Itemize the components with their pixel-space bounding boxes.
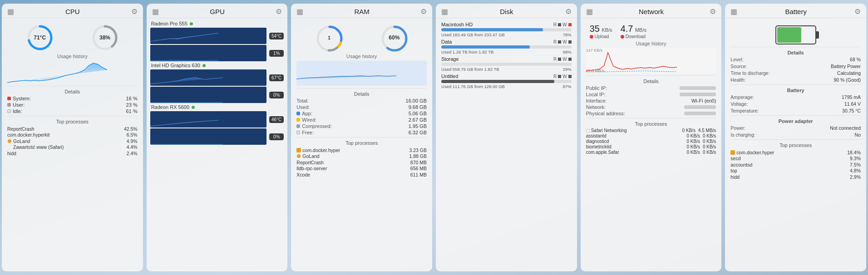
cpu-temp-gauge: 71°C bbox=[26, 24, 54, 52]
network-top-processes-title: Top processes bbox=[586, 121, 716, 127]
disk-bar-bg-2 bbox=[441, 45, 572, 49]
gpu-settings-icon[interactable]: ⚙ bbox=[276, 7, 282, 16]
gpu-graph-row-1b: 1% bbox=[147, 44, 288, 62]
table-row: secd 9.3% bbox=[730, 156, 861, 161]
download-dot bbox=[621, 35, 624, 39]
svg-rect-22 bbox=[730, 150, 735, 155]
disk-write-dot-4 bbox=[568, 75, 572, 78]
gpu-panel: ▦ GPU ⚙ Radeon Pro 555 54°C bbox=[147, 4, 288, 271]
ram-body: 1 60% Usage history Details Total: 16.00… bbox=[291, 18, 432, 271]
cpu-usage-gauge: 38% bbox=[91, 24, 119, 52]
gpu-graph-row-3b: 0% bbox=[147, 128, 288, 145]
svg-rect-5 bbox=[7, 145, 12, 149]
gpu-device-2: Intel HD Graphics 630 bbox=[147, 62, 288, 69]
battery-health-row: Health: 90 % (Good) bbox=[730, 77, 861, 83]
gpu-graph-2a bbox=[150, 69, 266, 86]
network-body: 35 KB/s Upload 4.7 MB/s Download Us bbox=[581, 18, 722, 271]
svg-rect-9 bbox=[150, 87, 267, 103]
disk-volume-4: Untitled R W Used 111.76 GB from 128.00 … bbox=[441, 74, 572, 89]
gpu-graph-3b bbox=[150, 128, 267, 145]
ram-free-row: Free: 6.32 GB bbox=[296, 130, 427, 135]
disk-chart-icon: ▦ bbox=[441, 7, 448, 16]
table-row: com.docker.hyperkit 6.5% bbox=[7, 132, 138, 138]
battery-power-row: Power: Not connected bbox=[730, 125, 861, 131]
ram-used-row: Used: 9.68 GB bbox=[296, 104, 427, 110]
network-name-row: Network: bbox=[586, 104, 716, 110]
battery-body: Details Level: 68 % Source: Battery Powe… bbox=[725, 18, 866, 271]
wired-dot bbox=[296, 118, 300, 122]
disk-read-dot-3 bbox=[558, 58, 561, 61]
disk-write-dot bbox=[568, 23, 572, 26]
battery-source-row: Source: Battery Power bbox=[730, 64, 861, 69]
disk-bar-bg-4 bbox=[441, 80, 572, 83]
battery-amperage-row: Amperage: 1795 mA bbox=[730, 94, 861, 100]
ram-wired-row: Wired: 2.67 GB bbox=[296, 117, 427, 123]
battery-header: ▦ Battery ⚙ bbox=[725, 4, 866, 18]
gpu-active-dot-3 bbox=[192, 106, 195, 109]
network-process-list: Safari Networking 0 KB/s 4.5 MB/s assist… bbox=[586, 128, 716, 155]
battery-settings-icon[interactable]: ⚙ bbox=[854, 7, 861, 16]
svg-rect-19 bbox=[296, 148, 301, 152]
gpu-title: GPU bbox=[159, 8, 276, 15]
disk-bar-bg-1 bbox=[441, 28, 572, 31]
network-chart-icon: ▦ bbox=[586, 7, 593, 16]
ram-gauges: 1 60% bbox=[296, 21, 427, 53]
gpu-active-dot-2 bbox=[202, 64, 206, 67]
disk-read-dot-4 bbox=[558, 75, 561, 78]
ram-rainbow-gauge: 1 bbox=[315, 24, 343, 52]
network-title: Network bbox=[593, 8, 710, 15]
gpu-graph-1a bbox=[150, 28, 266, 44]
compressed-dot bbox=[296, 124, 300, 128]
physical-addr-row: Physical address: bbox=[586, 111, 716, 116]
disk-volume-1: Macintosh HD R W Used 183.49 GB from 233… bbox=[441, 22, 572, 37]
cpu-usage-label: 38% bbox=[99, 34, 110, 41]
gpu-header: ▦ GPU ⚙ bbox=[147, 4, 288, 18]
disk-bar-fill-4 bbox=[441, 80, 554, 83]
ram-settings-icon[interactable]: ⚙ bbox=[420, 7, 427, 16]
svg-rect-11 bbox=[150, 128, 267, 145]
app-dot bbox=[296, 112, 300, 115]
battery-panel: ▦ Battery ⚙ Details Level: 68 % Source: … bbox=[725, 4, 866, 271]
table-row: com.docker.hyper 3.23 GB bbox=[296, 147, 427, 153]
table-row: GoLand 4.9% bbox=[7, 138, 138, 144]
ram-history-label: Usage history bbox=[296, 54, 427, 59]
ram-usage-label: 60% bbox=[389, 34, 399, 41]
upload-dot bbox=[590, 35, 593, 39]
disk-write-dot-3 bbox=[568, 58, 572, 61]
disk-volume-2: Data R W Used 1.26 TB from 1.82 TB 68% bbox=[441, 39, 572, 54]
gpu-temp-3a: 46°C bbox=[269, 116, 284, 123]
ram-compressed-row: Compressed: 1.95 GB bbox=[296, 123, 427, 129]
ram-total-row: Total: 16.00 GB bbox=[296, 98, 427, 103]
network-settings-icon[interactable]: ⚙ bbox=[710, 7, 716, 16]
cpu-details-title: Details bbox=[7, 89, 138, 94]
battery-voltage-row: Voltage: 11.64 V bbox=[730, 101, 861, 107]
gpu-temp-1b: 1% bbox=[269, 50, 284, 57]
table-row: Xcode 611 MB bbox=[296, 172, 427, 177]
upload-speed: 35 KB/s Upload bbox=[590, 24, 612, 39]
cpu-body: 71°C 38% Usage history bbox=[2, 18, 143, 271]
cpu-settings-icon[interactable]: ⚙ bbox=[131, 7, 138, 16]
battery-temp-row: Temperature: 30.75 °C bbox=[730, 108, 861, 113]
local-ip-bar bbox=[680, 93, 716, 96]
table-row: hidd 2.9% bbox=[730, 174, 861, 180]
disk-settings-icon[interactable]: ⚙ bbox=[565, 7, 572, 16]
disk-header: ▦ Disk ⚙ bbox=[436, 4, 577, 18]
cpu-system-row: System: 16 % bbox=[7, 96, 138, 101]
svg-rect-7 bbox=[150, 45, 267, 61]
system-dot bbox=[7, 97, 11, 100]
public-ip-row: Public IP: bbox=[586, 85, 716, 91]
gpu-temp-1a: 54°C bbox=[269, 33, 284, 39]
disk-bar-bg-3 bbox=[441, 63, 572, 66]
battery-process-list: com.docker.hyper 18.4% secd 9.3% account… bbox=[730, 149, 861, 180]
gpu-graph-row-2b: 0% bbox=[147, 86, 288, 103]
table-row: top 4.8% bbox=[730, 168, 861, 173]
cpu-history-label: Usage history bbox=[7, 54, 138, 59]
physical-addr-bar bbox=[684, 112, 716, 115]
ram-chart-icon: ▦ bbox=[296, 7, 303, 16]
disk-bar-fill-3 bbox=[441, 63, 479, 66]
svg-rect-8 bbox=[150, 69, 266, 86]
net-y-top: 147 KB/s bbox=[586, 48, 603, 53]
ram-process-list: com.docker.hyper 3.23 GB GoLand 1.88 GB … bbox=[296, 147, 427, 178]
table-row: Safari Networking 0 KB/s 4.5 MB/s bbox=[586, 128, 716, 133]
cpu-process-list: ReportCrash 42.5% com.docker.hyperkit 6.… bbox=[7, 125, 138, 157]
